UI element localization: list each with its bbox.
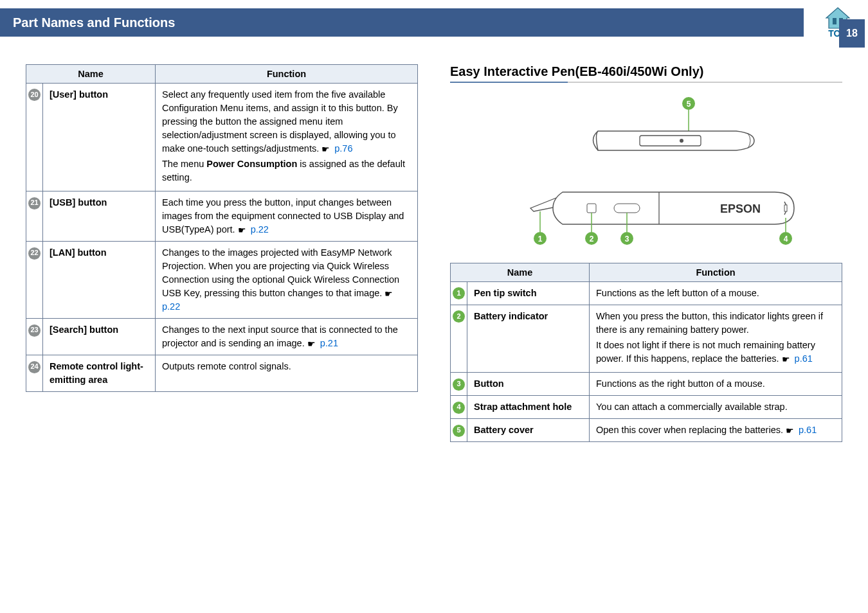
- table-row: 24 Remote control light-emitting area Ou…: [26, 355, 418, 392]
- svg-text:5: 5: [687, 100, 691, 109]
- func-text: Outputs remote control signals.: [162, 361, 291, 371]
- row-function: Each time you press the button, input ch…: [156, 191, 418, 242]
- func-text: When you press the button, this indicato…: [596, 310, 835, 337]
- func-text: You can attach a commercially available …: [596, 402, 788, 412]
- hand-pointer-icon: [782, 355, 792, 363]
- row-function: Functions as the right button of a mouse…: [590, 373, 842, 396]
- table-row: 21 [USB] button Each time you press the …: [26, 191, 418, 242]
- page-link[interactable]: p.22: [162, 301, 180, 312]
- row-name: Battery cover: [467, 419, 590, 442]
- right-column: Easy Interactive Pen(EB-460i/450Wi Only)…: [450, 64, 842, 442]
- row-number-icon: 3: [453, 378, 465, 391]
- page-title: Part Names and Functions: [0, 8, 804, 37]
- table-row: 22 [LAN] button Changes to the images pr…: [26, 242, 418, 319]
- row-number-icon: 4: [453, 402, 465, 414]
- table-row: 1 Pen tip switch Functions as the left b…: [451, 282, 842, 305]
- func-bold: Power Consumption: [206, 159, 297, 169]
- row-name: [USB] button: [43, 191, 156, 242]
- page-link[interactable]: p.76: [334, 143, 352, 154]
- svg-point-7: [680, 139, 683, 143]
- right-header-function: Function: [590, 263, 842, 282]
- func-text: Select any frequently used item from the…: [162, 89, 398, 154]
- table-row: 2 Battery indicator When you press the b…: [451, 305, 842, 373]
- content-area: Name Function 20 [User] button Select an…: [0, 45, 868, 461]
- svg-text:2: 2: [590, 235, 594, 244]
- hand-pointer-icon: [384, 290, 395, 298]
- row-number-icon: 24: [28, 361, 41, 373]
- func-text: Changes to the images projected with Eas…: [162, 247, 399, 298]
- svg-rect-1: [833, 18, 836, 24]
- table-row: 4 Strap attachment hole You can attach a…: [451, 396, 842, 419]
- row-function: Outputs remote control signals.: [156, 355, 418, 392]
- svg-rect-10: [614, 204, 640, 213]
- row-number-icon: 22: [28, 247, 41, 260]
- row-name: Button: [467, 373, 590, 396]
- row-number-icon: 1: [453, 287, 465, 299]
- hand-pointer-icon: [786, 427, 796, 434]
- table-row: 5 Battery cover Open this cover when rep…: [451, 419, 842, 442]
- row-function: Changes to the images projected with Eas…: [156, 242, 418, 319]
- table-row: 3 Button Functions as the right button o…: [451, 373, 842, 396]
- row-name: Battery indicator: [467, 305, 590, 373]
- section-title: Easy Interactive Pen(EB-460i/450Wi Only): [450, 64, 842, 79]
- row-function: When you press the button, this indicato…: [590, 305, 842, 373]
- section-underline: [450, 82, 842, 83]
- hand-pointer-icon: [307, 340, 318, 348]
- table-row: 23 [Search] button Changes to the next i…: [26, 319, 418, 355]
- func-text: Functions as the left button of a mouse.: [596, 288, 759, 298]
- right-header-name: Name: [451, 263, 590, 282]
- row-number-icon: 20: [28, 89, 41, 101]
- page-link[interactable]: p.61: [795, 353, 813, 364]
- row-function: Functions as the left button of a mouse.: [590, 282, 842, 305]
- row-name: [LAN] button: [43, 242, 156, 319]
- row-name: Strap attachment hole: [467, 396, 590, 419]
- svg-text:3: 3: [625, 235, 629, 244]
- row-name: [User] button: [43, 84, 156, 191]
- right-functions-table: Name Function 1 Pen tip switch Functions…: [450, 263, 842, 442]
- func-text: Changes to the next input source that is…: [162, 324, 398, 348]
- row-number-icon: 21: [28, 197, 41, 209]
- svg-rect-6: [640, 136, 701, 146]
- left-functions-table: Name Function 20 [User] button Select an…: [26, 64, 418, 392]
- func-text: Open this cover when replacing the batte…: [596, 425, 786, 435]
- row-number-icon: 2: [453, 310, 465, 323]
- pen-diagram: 5 EPSON: [450, 96, 842, 247]
- page-link[interactable]: p.61: [799, 425, 817, 435]
- hand-pointer-icon: [321, 145, 332, 153]
- left-column: Name Function 20 [User] button Select an…: [26, 64, 418, 442]
- row-name: Remote control light-emitting area: [43, 355, 156, 392]
- func-text: Each time you press the button, input ch…: [162, 197, 404, 235]
- func-text: Functions as the right button of a mouse…: [596, 378, 765, 389]
- svg-rect-9: [587, 204, 596, 213]
- svg-text:4: 4: [784, 235, 788, 244]
- page-link[interactable]: p.22: [251, 224, 269, 235]
- row-function: You can attach a commercially available …: [590, 396, 842, 419]
- page-link[interactable]: p.21: [320, 338, 338, 348]
- row-number-icon: 5: [453, 425, 465, 437]
- svg-rect-11: [784, 205, 787, 211]
- row-function: Changes to the next input source that is…: [156, 319, 418, 355]
- svg-text:1: 1: [538, 235, 543, 244]
- row-name: [Search] button: [43, 319, 156, 355]
- epson-logo: EPSON: [720, 202, 761, 215]
- header-bar: Part Names and Functions TOP 18: [0, 0, 868, 45]
- left-header-name: Name: [26, 65, 156, 84]
- row-function: Open this cover when replacing the batte…: [590, 419, 842, 442]
- row-name: Pen tip switch: [467, 282, 590, 305]
- left-header-function: Function: [156, 65, 418, 84]
- row-number-icon: 23: [28, 324, 41, 337]
- row-function: Select any frequently used item from the…: [156, 84, 418, 191]
- page-number: 18: [839, 19, 865, 48]
- hand-pointer-icon: [238, 226, 248, 234]
- table-row: 20 [User] button Select any frequently u…: [26, 84, 418, 191]
- func-text: The menu: [162, 159, 206, 169]
